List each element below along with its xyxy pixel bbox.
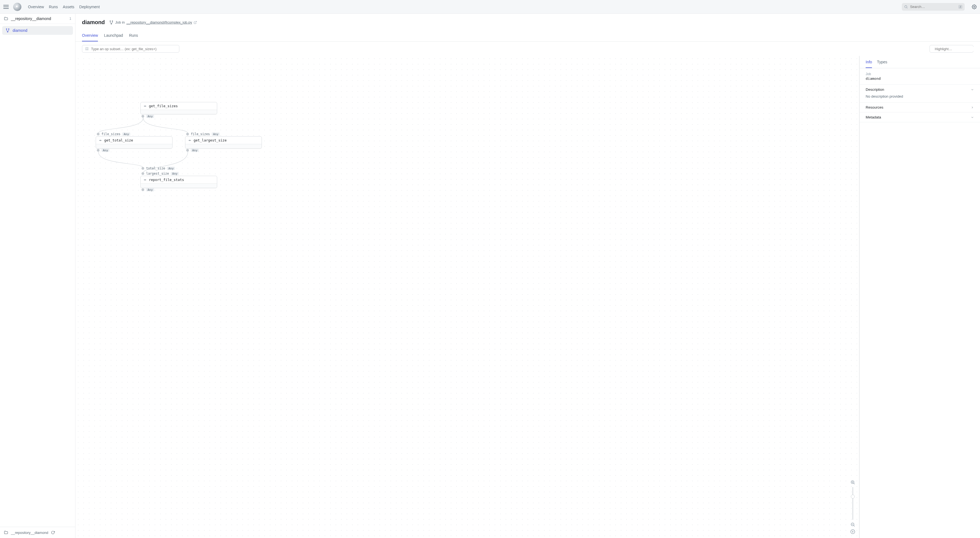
zoom-slider[interactable] [852, 487, 853, 520]
highlight-input[interactable] [935, 47, 980, 51]
svg-point-20 [145, 105, 146, 107]
op-node-get-total-size[interactable]: get_total_size [96, 136, 172, 149]
job-headline: diamond Job in __repository__diamond@com… [75, 14, 980, 27]
sidebar-item-label: diamond [13, 28, 27, 33]
op-output-get-total-size: Any [97, 149, 110, 152]
op-input-get-total-size: file_sizes Any [97, 132, 130, 136]
search-shortcut-hint: / [958, 5, 963, 9]
external-link-icon[interactable] [194, 21, 197, 24]
op-input-get-largest-size: file_sizes Any [186, 132, 220, 136]
op-icon [188, 139, 191, 142]
dag-canvas[interactable]: get_file_sizes Any file_sizes Any [75, 56, 859, 538]
zoom-out-button[interactable] [850, 522, 855, 527]
svg-point-6 [110, 21, 111, 21]
svg-point-13 [88, 49, 88, 50]
op-output-report-file-stats: Any [142, 188, 154, 191]
op-node-get-largest-size[interactable]: get_largest_size [185, 136, 262, 149]
op-label: get_total_size [104, 138, 133, 142]
logo-icon[interactable] [13, 3, 21, 11]
chevron-down-icon [970, 88, 974, 91]
svg-point-23 [100, 140, 101, 141]
op-subset-input[interactable] [91, 47, 176, 51]
rp-description-body: No description provided [860, 94, 980, 102]
svg-point-29 [145, 179, 146, 180]
svg-line-9 [195, 21, 197, 23]
page-title: diamond [82, 19, 105, 25]
menu-toggle-button[interactable] [3, 4, 9, 10]
op-subset-filter[interactable] [82, 45, 179, 53]
folder-icon [4, 530, 8, 535]
op-node-report-file-stats[interactable]: report_file_stats [140, 176, 217, 188]
tab-runs[interactable]: Runs [129, 30, 138, 41]
tab-info[interactable]: Info [865, 60, 872, 68]
op-output-get-largest-size: Any [186, 149, 199, 152]
chevron-down-icon [970, 116, 974, 119]
rp-job-name: diamond [865, 76, 974, 81]
svg-point-2 [974, 6, 975, 7]
sidebar-footer: __repository__diamond [0, 527, 75, 538]
op-icon [99, 139, 102, 142]
search-icon [904, 5, 908, 9]
rp-metadata-header[interactable]: Metadata [860, 112, 980, 122]
job-subtabs: Overview Launchpad Runs [75, 30, 980, 42]
rp-resources-header[interactable]: Resources [860, 103, 980, 112]
svg-point-8 [111, 24, 112, 24]
sidebar-repo-count: 1 [69, 17, 71, 21]
nav-assets[interactable]: Assets [63, 5, 74, 9]
rp-job-label: Job [865, 72, 974, 76]
svg-line-1 [907, 7, 908, 8]
svg-point-12 [86, 49, 86, 50]
svg-point-0 [905, 5, 907, 8]
job-subtype-prefix: Job in [115, 20, 125, 24]
sidebar-repo-header[interactable]: __repository__diamond 1 [0, 14, 75, 24]
tab-types[interactable]: Types [877, 60, 887, 68]
svg-line-38 [854, 525, 854, 526]
chevron-right-icon [970, 106, 974, 109]
svg-point-10 [86, 48, 86, 48]
op-icon [143, 105, 147, 108]
rp-description-header[interactable]: Description [860, 85, 980, 94]
reload-icon[interactable] [51, 531, 55, 535]
filter-icon [85, 47, 89, 51]
svg-point-11 [88, 48, 88, 48]
op-label: get_largest_size [194, 138, 226, 142]
job-location-link[interactable]: __repository__diamond@complex_job.py [126, 20, 192, 24]
sidebar-repo-name: __repository__diamond [11, 16, 51, 21]
job-icon [5, 28, 10, 33]
svg-point-5 [7, 32, 8, 32]
sidebar: __repository__diamond 1 diamond __reposi… [0, 14, 75, 538]
topbar: Overview Runs Assets Deployment / [0, 0, 980, 14]
folder-icon [4, 16, 8, 21]
global-search[interactable]: / [902, 3, 965, 11]
job-icon [109, 20, 113, 25]
svg-point-7 [112, 21, 113, 21]
download-svg-button[interactable] [850, 529, 855, 534]
gear-icon[interactable] [972, 5, 977, 10]
op-node-get-file-sizes[interactable]: get_file_sizes [140, 102, 217, 115]
svg-point-4 [8, 29, 10, 29]
sidebar-footer-repo: __repository__diamond [11, 531, 48, 535]
zoom-in-button[interactable] [850, 480, 855, 485]
nav-overview[interactable]: Overview [28, 5, 44, 9]
svg-point-26 [189, 140, 190, 141]
op-input-report-total-size: total_size Any [142, 166, 175, 170]
search-input[interactable] [910, 5, 956, 9]
primary-nav: Overview Runs Assets Deployment [28, 5, 100, 9]
op-input-report-largest-size: largest_size Any [142, 172, 179, 175]
svg-line-35 [854, 483, 854, 484]
sidebar-item-diamond[interactable]: diamond [2, 26, 73, 35]
op-label: report_file_stats [149, 178, 184, 182]
svg-point-3 [6, 29, 7, 29]
tab-overview[interactable]: Overview [82, 30, 98, 41]
zoom-thumb[interactable] [851, 495, 855, 498]
op-label: get_file_sizes [149, 104, 178, 108]
op-output-get-file-sizes: Any [142, 115, 154, 118]
zoom-controls [850, 480, 855, 534]
highlight-filter[interactable] [929, 45, 974, 53]
content: diamond Job in __repository__diamond@com… [75, 14, 980, 538]
nav-runs[interactable]: Runs [49, 5, 58, 9]
op-icon [143, 178, 147, 181]
right-panel: Info Types Job diamond Description No de… [859, 56, 980, 538]
tab-launchpad[interactable]: Launchpad [104, 30, 123, 41]
nav-deployment[interactable]: Deployment [79, 5, 100, 9]
